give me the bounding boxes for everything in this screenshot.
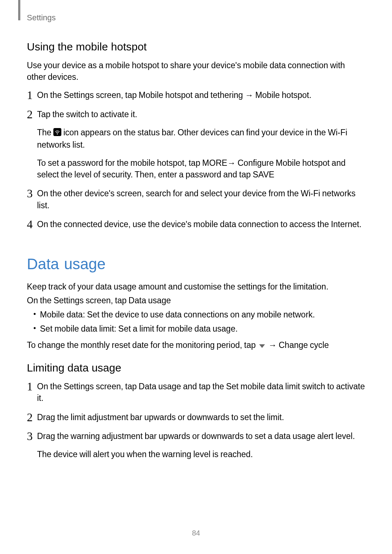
list-item: Set mobile data limit: Set a limit for m… xyxy=(27,323,365,335)
arrow: → xyxy=(243,90,255,100)
step-body: Drag the warning adjustment bar upwards … xyxy=(37,430,365,460)
page-number: 84 xyxy=(0,529,392,537)
step-number: 3 xyxy=(27,188,37,199)
step-body: On the connected device, use the device'… xyxy=(37,218,365,230)
step-number: 1 xyxy=(27,381,37,392)
text: Drag the limit adjustment bar upwards or… xyxy=(37,411,365,423)
step-body: Drag the limit adjustment bar upwards or… xyxy=(37,411,365,423)
step-row: 2 Tap the switch to activate it. The ico… xyxy=(27,108,365,181)
step-row: 2 Drag the limit adjustment bar upwards … xyxy=(27,411,365,423)
text: . xyxy=(309,90,311,100)
text: Tap the switch to activate it. xyxy=(37,108,365,120)
step-row: 4 On the connected device, use the devic… xyxy=(27,218,365,230)
step-body: On the Settings screen, tap Data usage a… xyxy=(37,381,365,404)
bullet-list: Mobile data: Set the device to use data … xyxy=(27,308,365,335)
step-row: 3 On the other device's screen, search f… xyxy=(27,188,365,211)
label: Data usage xyxy=(139,382,181,391)
label: Mobile hotspot and tethering xyxy=(139,90,243,100)
arrow: → xyxy=(266,340,279,350)
step-body: On the Settings screen, tap Mobile hotsp… xyxy=(37,89,365,101)
header-breadcrumb: Settings xyxy=(27,13,56,22)
text: On the Settings screen, tap xyxy=(37,90,139,100)
label: Set mobile data limit xyxy=(40,324,114,333)
text: On the connected device, use the device'… xyxy=(37,218,365,230)
text: To set a password for the mobile hotspot… xyxy=(37,158,202,168)
svg-marker-2 xyxy=(259,344,265,348)
label: MORE xyxy=(202,158,227,168)
step-number: 3 xyxy=(27,430,37,442)
step-number: 2 xyxy=(27,108,37,120)
label: Configure Mobile hotspot xyxy=(237,158,330,168)
text: On the Settings screen, tap xyxy=(27,296,128,305)
text: and tap the xyxy=(181,382,226,391)
text: : Set the device to use data connections… xyxy=(83,310,315,319)
text: On the Settings screen, tap xyxy=(37,382,139,391)
text: : Set a limit for mobile data usage. xyxy=(114,324,238,333)
subheading-limiting: Limiting data usage xyxy=(27,362,365,374)
step-body: On the other device's screen, search for… xyxy=(37,188,365,211)
step-number: 4 xyxy=(27,218,37,230)
section-heading-data-usage: Data usage xyxy=(27,255,365,273)
label: Set mobile data limit xyxy=(226,382,300,391)
label: Change cycle xyxy=(279,340,329,350)
step-number: 2 xyxy=(27,411,37,423)
step-number: 1 xyxy=(27,89,37,101)
label: Mobile data xyxy=(40,310,83,319)
text: To change the monthly reset date for the… xyxy=(27,340,258,350)
step-body: Tap the switch to activate it. The icon … xyxy=(37,108,365,181)
intro-paragraph: Use your device as a mobile hotspot to s… xyxy=(27,59,365,83)
svg-point-1 xyxy=(57,133,58,134)
hotspot-icon xyxy=(53,127,61,139)
step-row: 1 On the Settings screen, tap Data usage… xyxy=(27,381,365,404)
dropdown-triangle-icon xyxy=(258,340,266,352)
label: Data usage xyxy=(128,296,171,305)
label: Mobile hotspot xyxy=(255,90,309,100)
arrow: → xyxy=(227,158,237,168)
text: The xyxy=(37,128,53,137)
step-row: 1 On the Settings screen, tap Mobile hot… xyxy=(27,89,365,101)
text: The device will alert you when the warni… xyxy=(37,448,365,460)
text: Drag the warning adjustment bar upwards … xyxy=(37,430,365,442)
intro-paragraph: Keep track of your data usage amount and… xyxy=(27,281,365,292)
subheading-hotspot: Using the mobile hotspot xyxy=(27,41,365,53)
list-item: Mobile data: Set the device to use data … xyxy=(27,308,365,321)
label: SAVE xyxy=(253,170,274,179)
text: icon appears on the status bar. Other de… xyxy=(37,128,347,149)
page-content: Using the mobile hotspot Use your device… xyxy=(27,36,365,467)
header-tab-mark xyxy=(18,0,20,20)
text: On the other device's screen, search for… xyxy=(37,188,365,211)
step-row: 3 Drag the warning adjustment bar upward… xyxy=(27,430,365,460)
